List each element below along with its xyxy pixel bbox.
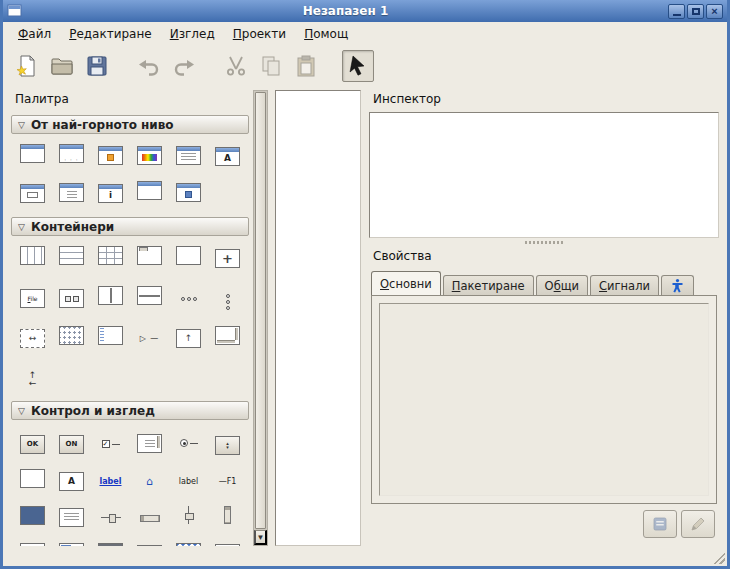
palette-item-frame[interactable] bbox=[176, 246, 201, 269]
palette-item-toolbar[interactable] bbox=[59, 283, 84, 312]
toolbar-gap bbox=[116, 66, 130, 67]
inspector-tree[interactable] bbox=[369, 112, 719, 238]
palette-item-file-selection-dialog[interactable] bbox=[176, 144, 201, 167]
open-icon bbox=[50, 54, 74, 78]
palette-item-hbuttonbox[interactable] bbox=[177, 283, 201, 312]
palette-item-option-menu[interactable]: ▴▾ bbox=[215, 430, 240, 455]
palette-item-link-button[interactable]: label bbox=[99, 469, 123, 492]
tab-packing[interactable]: Пакетиране bbox=[443, 275, 534, 295]
maximize-icon bbox=[692, 8, 700, 15]
palette-item-toggle-button[interactable]: ON bbox=[59, 430, 84, 455]
palette-scrollbar[interactable]: ▼ bbox=[253, 90, 268, 546]
accel-label-icon: —F1 bbox=[216, 469, 240, 491]
close-button[interactable]: × bbox=[706, 4, 723, 19]
palette-item-vscale[interactable] bbox=[177, 506, 201, 529]
undo-icon bbox=[137, 54, 161, 78]
menu-edit[interactable]: Редактиране bbox=[60, 24, 161, 44]
palette-panel: Палитра ▽От най-горното ниво· · ·Ai▽Конт… bbox=[11, 90, 249, 546]
edit-action-button[interactable] bbox=[681, 510, 715, 538]
menu-projects[interactable]: Проекти bbox=[224, 24, 295, 44]
palette-item-hpaned[interactable] bbox=[98, 283, 123, 312]
palette-item-accel-label[interactable]: —F1 bbox=[216, 469, 240, 492]
palette-section-header-0[interactable]: ▽От най-горното ниво bbox=[11, 115, 249, 134]
tab-common[interactable]: Общи bbox=[536, 275, 588, 295]
minimize-button[interactable] bbox=[668, 4, 685, 19]
palette-item-button[interactable]: OK bbox=[20, 430, 45, 455]
paste-button[interactable] bbox=[290, 50, 322, 82]
scroll-down-button[interactable]: ▼ bbox=[254, 530, 267, 545]
palette-section-header-1[interactable]: ▽Контейнери bbox=[11, 217, 249, 236]
palette-item-handle-box[interactable] bbox=[98, 326, 123, 349]
hscale-icon bbox=[99, 507, 123, 527]
palette-item-dialog[interactable]: · · · bbox=[59, 144, 84, 167]
redo-button[interactable] bbox=[168, 50, 200, 82]
palette-item-image[interactable]: ⌂ bbox=[138, 469, 162, 492]
properties-action-button[interactable] bbox=[643, 510, 677, 538]
palette-item-viewport[interactable]: ↑ bbox=[176, 326, 201, 349]
palette-section-header-2[interactable]: ▽Контрол и изглед bbox=[11, 401, 249, 420]
palette-item-window[interactable] bbox=[20, 144, 45, 167]
palette-item-alignment[interactable]: ↑← bbox=[21, 363, 45, 389]
palette-item-combo-box-entry[interactable] bbox=[137, 430, 162, 455]
palette-item-vbuttonbox[interactable] bbox=[216, 283, 240, 312]
palette-item-scrolled-window[interactable] bbox=[215, 326, 240, 349]
palette-sections: ▽От най-горното ниво· · ·Ai▽Контейнери+F… bbox=[11, 112, 249, 546]
palette-item-vscrollbar[interactable] bbox=[216, 506, 240, 529]
menu-help[interactable]: Помощ bbox=[295, 24, 357, 44]
palette-item-aspect-frame[interactable]: + bbox=[215, 246, 240, 269]
palette-item-check-button[interactable]: ✓ bbox=[99, 430, 123, 455]
palette-item-color-selection-dialog[interactable] bbox=[137, 144, 162, 167]
paste-icon bbox=[294, 54, 318, 78]
open-button[interactable] bbox=[46, 50, 78, 82]
palette-item-radio-button[interactable] bbox=[177, 430, 201, 455]
palette-item-applet[interactable] bbox=[176, 181, 201, 204]
palette-item-drawing-area[interactable] bbox=[20, 506, 45, 529]
menu-view[interactable]: Изглед bbox=[161, 24, 224, 44]
scrollbar-thumb[interactable] bbox=[255, 92, 266, 529]
palette-item-label[interactable]: label bbox=[177, 469, 201, 492]
palette-item-expander[interactable]: ▷ — bbox=[138, 326, 162, 349]
palette-item-combo-box[interactable]: A bbox=[59, 469, 84, 492]
palette-item-notebook[interactable] bbox=[137, 246, 162, 269]
palette-item-about-dialog[interactable]: i bbox=[98, 181, 123, 204]
palette-item-table[interactable] bbox=[98, 246, 123, 269]
palette-item-layout[interactable] bbox=[59, 326, 84, 349]
save-button[interactable] bbox=[81, 50, 113, 82]
palette-item-hscale[interactable] bbox=[99, 506, 123, 529]
palette-item-plug[interactable] bbox=[137, 181, 162, 204]
alignment-icon: ↑← bbox=[21, 363, 45, 389]
resize-grip[interactable] bbox=[712, 551, 725, 564]
palette-item-text-view[interactable] bbox=[59, 506, 84, 529]
palette-item-file-chooser-dialog[interactable] bbox=[59, 181, 84, 204]
menu-file[interactable]: Файл bbox=[9, 24, 60, 44]
palette-item-menubar[interactable]: File bbox=[20, 283, 45, 312]
palette-item-input-dialog[interactable] bbox=[20, 181, 45, 204]
entry-icon bbox=[20, 469, 45, 492]
close-icon: × bbox=[711, 6, 717, 17]
palette-item-hscrollbar[interactable] bbox=[138, 506, 162, 529]
new-button[interactable] bbox=[11, 50, 43, 82]
collapse-arrow-icon: ▽ bbox=[18, 120, 25, 130]
paned-handle[interactable] bbox=[369, 238, 719, 247]
palette-item-font-selection-dialog[interactable]: A bbox=[215, 144, 240, 167]
file-chooser-dialog-icon bbox=[59, 183, 84, 202]
palette-item-hbox[interactable] bbox=[20, 246, 45, 269]
tab-signals[interactable]: Сигнали bbox=[590, 275, 659, 295]
tab-general[interactable]: Основни bbox=[371, 271, 441, 295]
selector-button[interactable] bbox=[342, 50, 374, 82]
window-icon bbox=[20, 144, 45, 167]
toggle-button-icon: ON bbox=[59, 431, 84, 454]
applet-icon bbox=[176, 183, 201, 203]
tab-accessibility[interactable] bbox=[661, 275, 694, 295]
workspace-canvas[interactable] bbox=[275, 90, 361, 546]
maximize-button[interactable] bbox=[687, 4, 704, 19]
cut-button[interactable] bbox=[220, 50, 252, 82]
palette-item-message-dialog[interactable] bbox=[98, 144, 123, 167]
palette-item-vpaned[interactable] bbox=[137, 283, 162, 312]
palette-item-vbox[interactable] bbox=[59, 246, 84, 269]
palette-item-fixed[interactable]: ↔ bbox=[20, 326, 45, 349]
undo-button[interactable] bbox=[133, 50, 165, 82]
titlebar[interactable]: Незапазен 1 × bbox=[3, 0, 727, 22]
palette-item-entry[interactable] bbox=[20, 469, 45, 492]
copy-button[interactable] bbox=[255, 50, 287, 82]
